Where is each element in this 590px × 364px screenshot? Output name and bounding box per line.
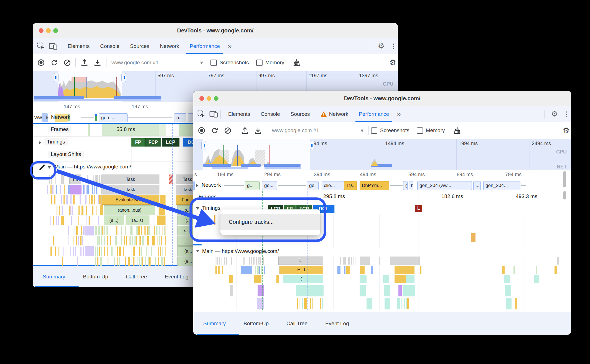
bottom-tab-call-tree[interactable]: Call Tree xyxy=(126,274,147,280)
flame-stripe xyxy=(151,247,151,256)
timing-badge-fcp[interactable]: FCP xyxy=(145,138,161,147)
flame-stripe xyxy=(159,226,160,235)
network-request-fragment: ww xyxy=(34,114,42,121)
collapse-arrow-icon[interactable] xyxy=(46,116,49,119)
timing-badge-fp[interactable]: FP xyxy=(131,138,145,147)
scrollbar-thumb[interactable] xyxy=(563,191,566,199)
flame-stripe xyxy=(51,195,52,204)
load-profile-button[interactable] xyxy=(81,59,88,66)
ruler-tick-label: 197 ms xyxy=(132,104,148,110)
kebab-menu-icon[interactable]: ⋮ xyxy=(390,43,397,50)
bottom-tab-event-log[interactable]: Event Log xyxy=(325,321,349,327)
save-profile-button[interactable] xyxy=(94,59,101,66)
flame-stripe xyxy=(99,226,100,235)
flame-stripe xyxy=(81,206,82,215)
flame-stripe xyxy=(139,257,140,266)
tab-performance[interactable]: Performance xyxy=(184,38,225,54)
more-tabs-chevron-icon[interactable]: » xyxy=(228,43,232,50)
record-button[interactable] xyxy=(37,59,45,66)
tab-elements[interactable]: Elements xyxy=(62,38,95,54)
flame-segment xyxy=(398,285,402,296)
flame-stripe xyxy=(95,247,96,256)
flame-stripe xyxy=(61,195,62,204)
flame-block[interactable]: (anon...ous) xyxy=(104,205,155,215)
flame-stripe xyxy=(141,257,142,266)
flame-stripe xyxy=(139,236,141,245)
reload-and-record-button[interactable] xyxy=(50,59,58,66)
main-flamechart[interactable]: T...E...t(... xyxy=(193,91,571,312)
pencil-icon[interactable] xyxy=(38,164,46,171)
flame-stripe xyxy=(80,247,82,256)
flame-stripe xyxy=(47,185,48,194)
bottom-tabbar: SummaryBottom-UpCall TreeEvent Log xyxy=(193,312,571,335)
memory-checkbox[interactable] xyxy=(256,60,263,66)
flame-block[interactable]: T... xyxy=(69,175,81,184)
network-request-bar-cap xyxy=(95,114,97,116)
flame-block[interactable]: Evaluate Script xyxy=(101,195,159,205)
bottom-tab-event-log[interactable]: Event Log xyxy=(165,274,189,280)
flame-stripe xyxy=(75,226,75,235)
collapse-arrow-icon[interactable] xyxy=(39,141,41,144)
flame-stripe xyxy=(66,195,67,204)
zoom-traffic-light[interactable] xyxy=(53,28,58,33)
settings-gear-icon[interactable]: ⚙ xyxy=(390,59,396,66)
network-request-pill[interactable]: gen_... xyxy=(99,113,128,122)
tab-console[interactable]: Console xyxy=(95,38,125,54)
separator xyxy=(208,58,208,67)
selection-handle-left[interactable] xyxy=(201,141,206,150)
flame-stripe xyxy=(104,226,105,235)
clear-button[interactable] xyxy=(63,59,71,66)
flame-stripe xyxy=(67,195,68,204)
network-request-pill[interactable]: n... xyxy=(174,113,186,122)
history-dropdown[interactable]: www.google.com #1▾ xyxy=(109,59,206,66)
flame-stripe xyxy=(61,206,61,215)
gear-icon[interactable]: ⚙ xyxy=(378,42,385,50)
close-traffic-light[interactable] xyxy=(39,28,44,33)
flame-stripe xyxy=(61,216,62,225)
flame-block[interactable]: Task xyxy=(101,185,159,194)
inspect-cursor-icon[interactable] xyxy=(37,42,45,50)
flame-block[interactable]: E...t xyxy=(279,266,323,274)
flame-block[interactable]: (a...s) xyxy=(126,216,149,225)
flame-segment xyxy=(254,275,261,283)
flame-stripe xyxy=(162,226,163,235)
flame-stripe xyxy=(60,247,60,256)
flame-stripe xyxy=(73,236,73,245)
bottom-tab-bottom-up[interactable]: Bottom-Up xyxy=(83,274,108,280)
tab-sources[interactable]: Sources xyxy=(125,38,155,54)
tab-network[interactable]: Network xyxy=(155,38,185,54)
flame-block[interactable]: (a...) xyxy=(104,216,124,225)
flame-segment xyxy=(85,246,94,256)
flame-stripe xyxy=(98,236,100,245)
network-request-bar[interactable] xyxy=(95,114,97,121)
scrollbar-thumb[interactable] xyxy=(563,171,566,187)
flame-segment xyxy=(85,226,94,235)
flame-stripe xyxy=(92,206,93,215)
flame-block[interactable]: T... xyxy=(278,257,323,265)
bottom-tab-bottom-up[interactable]: Bottom-Up xyxy=(243,321,269,327)
expand-arrow-icon[interactable] xyxy=(48,166,51,169)
ruler-tick-label: 147 ms xyxy=(64,104,80,110)
timing-badge-lcp[interactable]: LCP xyxy=(162,138,180,147)
flame-stripe xyxy=(142,236,144,245)
flame-stripe xyxy=(304,298,305,309)
flame-segment xyxy=(360,285,366,296)
flame-block[interactable]: Task xyxy=(101,175,159,184)
selection-handle-left[interactable] xyxy=(54,73,59,82)
flame-stripe xyxy=(49,175,50,184)
device-toolbar-icon[interactable] xyxy=(49,42,58,50)
flame-stripe xyxy=(72,206,73,215)
selection-handle-right[interactable] xyxy=(121,73,126,82)
selection-handle-right[interactable] xyxy=(310,141,314,150)
flame-block[interactable]: (... xyxy=(283,275,323,283)
bottom-tab-summary[interactable]: Summary xyxy=(203,321,226,327)
screenshots-checkbox[interactable] xyxy=(210,60,217,66)
flame-segment xyxy=(360,257,370,265)
bottom-tab-call-tree[interactable]: Call Tree xyxy=(286,321,307,327)
menu-item-configure-tracks[interactable]: Configure tracks... xyxy=(220,214,320,230)
flame-segment xyxy=(159,205,165,215)
minimize-traffic-light[interactable] xyxy=(46,28,51,33)
collect-garbage-icon[interactable] xyxy=(293,58,300,67)
bottom-tab-summary[interactable]: Summary xyxy=(43,274,65,280)
flame-stripe xyxy=(56,216,57,225)
